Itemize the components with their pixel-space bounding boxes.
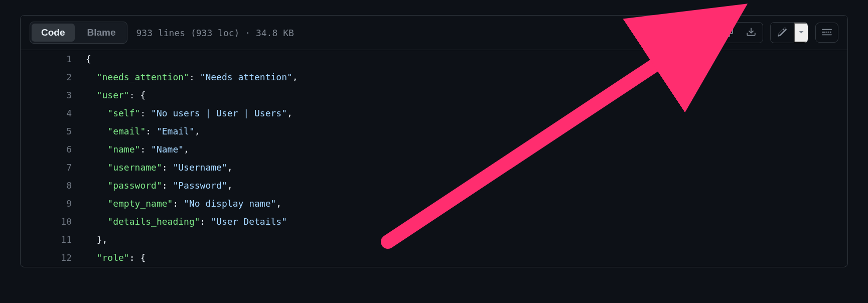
line-content: "role": { <box>86 249 146 267</box>
chevron-down-icon <box>798 29 804 37</box>
line-number[interactable]: 8 <box>21 177 86 195</box>
code-line[interactable]: 11 }, <box>21 231 847 249</box>
file-panel: Code Blame 933 lines (933 loc) · 34.8 KB… <box>20 15 848 267</box>
toolbar-right: Raw <box>683 22 838 43</box>
line-number[interactable]: 11 <box>21 231 86 249</box>
line-content: "password": "Password", <box>86 177 233 195</box>
code-line[interactable]: 8 "password": "Password", <box>21 177 847 195</box>
line-content: "name": "Name", <box>86 140 189 159</box>
code-line[interactable]: 6 "name": "Name", <box>21 140 847 159</box>
file-meta-text: 933 lines (933 loc) · 34.8 KB <box>136 28 294 38</box>
line-number[interactable]: 1 <box>21 50 86 68</box>
view-toggle: Code Blame <box>30 22 127 44</box>
code-line[interactable]: 3 "user": { <box>21 86 847 104</box>
copy-icon <box>723 27 733 39</box>
line-content: "details_heading": "User Details" <box>86 213 287 231</box>
line-number[interactable]: 6 <box>21 140 86 159</box>
line-content: "user": { <box>86 86 146 104</box>
line-content: { <box>86 50 91 68</box>
line-content: }, <box>86 231 107 249</box>
raw-button[interactable]: Raw <box>683 23 716 43</box>
line-number[interactable]: 12 <box>21 249 86 267</box>
code-line[interactable]: 7 "username": "Username", <box>21 159 847 177</box>
line-number[interactable]: 4 <box>21 104 86 122</box>
line-content: "self": "No users | User | Users", <box>86 104 293 122</box>
line-number[interactable]: 9 <box>21 195 86 213</box>
line-content: "email": "Email", <box>86 122 200 140</box>
code-line[interactable]: 1{ <box>21 50 847 68</box>
edit-action-group <box>770 22 808 43</box>
tab-blame[interactable]: Blame <box>76 22 127 43</box>
edit-button[interactable] <box>771 23 794 43</box>
download-icon <box>746 27 756 39</box>
code-line[interactable]: 4 "self": "No users | User | Users", <box>21 104 847 122</box>
toolbar-left: Code Blame 933 lines (933 loc) · 34.8 KB <box>30 22 294 44</box>
line-number[interactable]: 2 <box>21 68 86 86</box>
file-toolbar: Code Blame 933 lines (933 loc) · 34.8 KB… <box>21 16 847 50</box>
code-line[interactable]: 9 "empty_name": "No display name", <box>21 195 847 213</box>
line-number[interactable]: 10 <box>21 213 86 231</box>
line-number[interactable]: 7 <box>21 159 86 177</box>
code-line[interactable]: 12 "role": { <box>21 249 847 267</box>
symbols-icon <box>822 27 832 39</box>
line-content: "empty_name": "No display name", <box>86 195 281 213</box>
code-line[interactable]: 2 "needs_attention": "Needs attention", <box>21 68 847 86</box>
pencil-icon <box>777 27 787 39</box>
download-button[interactable] <box>740 23 763 43</box>
code-line[interactable]: 5 "email": "Email", <box>21 122 847 140</box>
symbols-button[interactable] <box>815 23 838 43</box>
tab-code[interactable]: Code <box>32 24 75 42</box>
edit-dropdown[interactable] <box>794 23 808 43</box>
line-content: "needs_attention": "Needs attention", <box>86 68 298 86</box>
line-number[interactable]: 3 <box>21 86 86 104</box>
raw-action-group: Raw <box>683 22 763 43</box>
code-line[interactable]: 10 "details_heading": "User Details" <box>21 213 847 231</box>
code-area[interactable]: 1{2 "needs_attention": "Needs attention"… <box>21 50 847 267</box>
line-content: "username": "Username", <box>86 159 233 177</box>
line-number[interactable]: 5 <box>21 122 86 140</box>
copy-button[interactable] <box>716 23 740 43</box>
